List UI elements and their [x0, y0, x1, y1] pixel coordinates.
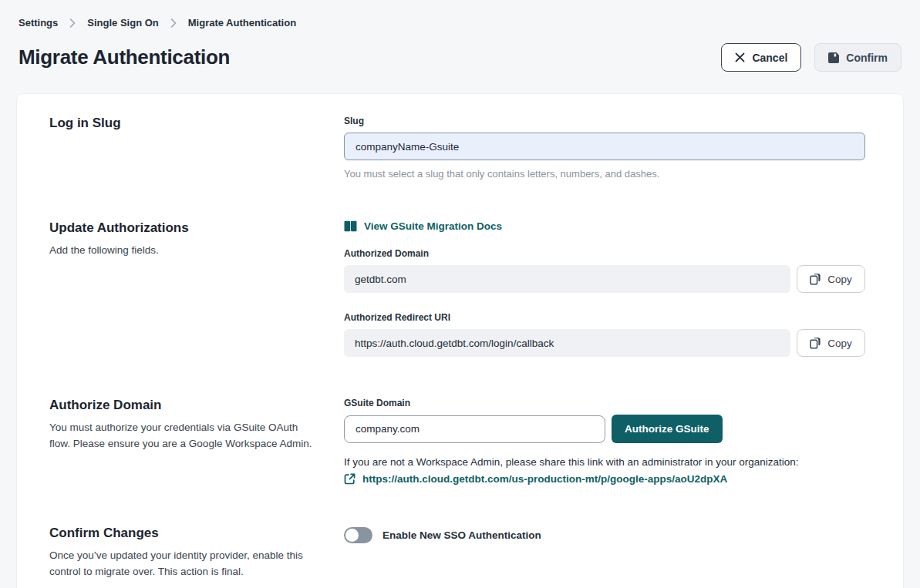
copy-redirect-uri-button[interactable]: Copy	[797, 329, 865, 357]
workspace-admin-note: If you are not a Workspace Admin, please…	[344, 456, 865, 468]
authorized-domain-row: getdbt.com Copy	[344, 265, 865, 293]
slug-label: Slug	[344, 116, 865, 126]
section-description: Once you’ve updated your identity provid…	[49, 548, 318, 580]
section-update-authorizations-info: Update Authorizations Add the following …	[49, 220, 344, 357]
breadcrumb-single-sign-on[interactable]: Single Sign On	[87, 17, 158, 29]
section-update-authorizations: Update Authorizations Add the following …	[49, 220, 865, 357]
section-confirm-changes: Confirm Changes Once you’ve updated your…	[49, 526, 865, 580]
gsuite-domain-row: Authorize GSuite	[344, 415, 865, 443]
authorized-domain-label: Authorized Domain	[344, 248, 865, 259]
section-login-slug-content: Slug You must select a slug that only co…	[344, 116, 865, 180]
toggle-knob	[345, 529, 359, 542]
section-login-slug: Log in Slug Slug You must select a slug …	[49, 116, 865, 180]
breadcrumb-current-page: Migrate Authentication	[188, 17, 296, 29]
section-description: You must authorize your credentials via …	[49, 420, 318, 452]
authorized-redirect-uri-label: Authorized Redirect URI	[344, 312, 865, 323]
chevron-right-icon	[69, 18, 76, 28]
cancel-button[interactable]: Cancel	[721, 43, 801, 72]
copy-icon	[810, 337, 821, 349]
page: Settings Single Sign On Migrate Authenti…	[0, 0, 920, 588]
gsuite-migration-docs-link[interactable]: View GSuite Migration Docs	[344, 220, 502, 232]
enable-sso-toggle-label: Enable New SSO Authentication	[382, 529, 541, 541]
authorize-gsuite-button[interactable]: Authorize GSuite	[612, 415, 723, 443]
copy-button-label: Copy	[827, 274, 852, 285]
copy-button-label: Copy	[827, 338, 852, 349]
section-login-slug-info: Log in Slug	[49, 116, 344, 180]
authorized-domain-value: getdbt.com	[344, 265, 790, 293]
book-icon	[344, 220, 357, 232]
section-update-authorizations-content: View GSuite Migration Docs Authorized Do…	[344, 220, 865, 357]
authorized-redirect-uri-value: https://auth.cloud.getdbt.com/login/call…	[344, 329, 790, 357]
section-authorize-domain-content: GSuite Domain Authorize GSuite If you ar…	[344, 398, 865, 485]
confirm-button[interactable]: Confirm	[814, 43, 901, 72]
close-icon	[735, 52, 745, 62]
section-confirm-changes-content: Enable New SSO Authentication	[344, 526, 865, 580]
save-icon	[828, 52, 839, 63]
section-heading: Log in Slug	[49, 116, 344, 131]
cancel-button-label: Cancel	[752, 52, 787, 64]
settings-card: Log in Slug Slug You must select a slug …	[17, 94, 903, 588]
section-heading: Update Authorizations	[49, 220, 344, 236]
header-actions: Cancel Confirm	[721, 43, 901, 72]
breadcrumb: Settings Single Sign On Migrate Authenti…	[19, 17, 901, 29]
gsuite-migration-docs-link-label: View GSuite Migration Docs	[364, 220, 502, 232]
section-confirm-changes-info: Confirm Changes Once you’ve updated your…	[49, 526, 344, 580]
gsuite-domain-label: GSuite Domain	[344, 398, 865, 408]
authorized-redirect-uri-row: https://auth.cloud.getdbt.com/login/call…	[344, 329, 865, 357]
slug-input[interactable]	[344, 133, 865, 160]
section-authorize-domain: Authorize Domain You must authorize your…	[49, 398, 865, 485]
section-authorize-domain-info: Authorize Domain You must authorize your…	[49, 398, 344, 485]
section-description: Add the following fields.	[49, 243, 318, 259]
confirm-button-label: Confirm	[846, 52, 888, 64]
copy-icon	[810, 273, 821, 285]
page-header: Settings Single Sign On Migrate Authenti…	[17, 0, 903, 72]
section-heading: Confirm Changes	[49, 526, 344, 541]
section-heading: Authorize Domain	[49, 398, 344, 413]
external-link-icon	[344, 473, 356, 485]
admin-share-link[interactable]: https://auth.cloud.getdbt.com/us-product…	[362, 473, 727, 485]
slug-help-text: You must select a slug that only contain…	[344, 168, 865, 180]
enable-sso-toggle[interactable]	[344, 527, 372, 543]
gsuite-domain-input[interactable]	[344, 415, 605, 443]
sso-toggle-row: Enable New SSO Authentication	[344, 527, 865, 543]
chevron-right-icon	[170, 18, 177, 28]
title-row: Migrate Authentication Cancel Confirm	[19, 43, 901, 72]
breadcrumb-settings[interactable]: Settings	[19, 17, 58, 29]
copy-authorized-domain-button[interactable]: Copy	[797, 265, 865, 293]
page-title: Migrate Authentication	[19, 45, 230, 69]
share-link-row: https://auth.cloud.getdbt.com/us-product…	[344, 473, 865, 485]
